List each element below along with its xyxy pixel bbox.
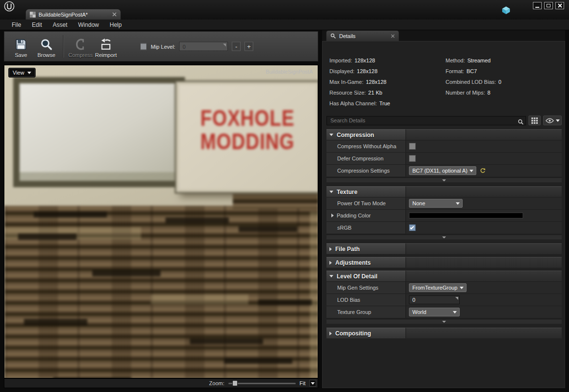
titlebar: BuildableSignPostA* bbox=[0, 0, 569, 20]
info-resource-size: Resource Size:21 Kb bbox=[329, 87, 390, 98]
mip-level-decrement-button[interactable]: - bbox=[232, 42, 241, 51]
section-title: Compositing bbox=[335, 330, 371, 337]
texture-white-square-inner bbox=[20, 83, 179, 181]
chevron-down-icon bbox=[453, 311, 457, 314]
grid-view-icon bbox=[531, 118, 538, 124]
srgb-checkbox[interactable] bbox=[409, 224, 416, 231]
search-row bbox=[326, 116, 562, 125]
section-header-adjustments[interactable]: Adjustments bbox=[326, 257, 562, 268]
texture-white-square bbox=[13, 77, 185, 187]
save-icon bbox=[15, 38, 27, 51]
search-details-input[interactable] bbox=[327, 117, 526, 125]
asset-tab[interactable]: BuildableSignPostA* bbox=[25, 9, 121, 20]
menu-edit[interactable]: Edit bbox=[27, 20, 47, 29]
maximize-button[interactable] bbox=[544, 2, 553, 9]
sign-line-1: FOXHOLE bbox=[184, 106, 310, 130]
chevron-down-icon bbox=[460, 287, 464, 289]
unreal-logo-icon bbox=[4, 1, 15, 12]
mip-level-group: Mip Level: 0 - + bbox=[140, 42, 253, 51]
texture-dark-patch bbox=[190, 338, 263, 344]
section-header-level-of-detail[interactable]: Level Of Detail bbox=[326, 271, 562, 281]
details-panel: Details Imported:128x128 Displayed:128x1… bbox=[322, 30, 565, 388]
compress-button[interactable]: Compress bbox=[68, 35, 93, 58]
advanced-expander-lod[interactable] bbox=[326, 319, 562, 324]
mip-level-label: Mip Level: bbox=[151, 43, 175, 49]
compress-icon bbox=[74, 38, 87, 51]
marketplace-cube-icon bbox=[502, 6, 510, 15]
texture-light-slat bbox=[151, 294, 248, 304]
close-button[interactable] bbox=[555, 2, 564, 9]
details-tab[interactable]: Details bbox=[326, 30, 399, 41]
texture-viewer-panel: Save Browse Compress Reimport Mip bbox=[4, 31, 318, 388]
search-icon bbox=[518, 118, 524, 127]
chevron-down-icon bbox=[469, 170, 473, 172]
texture-group-dropdown[interactable]: World bbox=[409, 308, 460, 316]
view-options-button[interactable] bbox=[543, 116, 562, 125]
texture-toolbar: Save Browse Compress Reimport Mip bbox=[4, 31, 318, 61]
browse-button[interactable]: Browse bbox=[34, 35, 59, 58]
section-header-texture[interactable]: Texture bbox=[326, 186, 562, 197]
zoom-slider[interactable] bbox=[228, 383, 296, 384]
details-body: Imported:128x128 Displayed:128x128 Max I… bbox=[322, 41, 565, 388]
row-compress-without-alpha: Compress Without Alpha bbox=[326, 140, 562, 152]
texture-dark-patch bbox=[165, 217, 229, 223]
minimize-button[interactable] bbox=[533, 2, 542, 9]
zoom-label: Zoom: bbox=[209, 380, 224, 386]
expand-closed-icon bbox=[329, 261, 332, 265]
advanced-expander-compression[interactable] bbox=[326, 177, 562, 182]
row-compression-settings: Compression Settings BC7 (DX11, optional… bbox=[326, 164, 562, 176]
section-header-file-path[interactable]: File Path bbox=[326, 243, 562, 254]
details-tab-close-icon[interactable] bbox=[391, 34, 395, 38]
advanced-expander-texture[interactable] bbox=[326, 235, 562, 239]
info-number-of-mips: Number of Mips:8 bbox=[446, 87, 501, 98]
eye-icon bbox=[546, 118, 554, 123]
view-menu-button[interactable]: View bbox=[8, 68, 36, 78]
menu-file[interactable]: File bbox=[7, 20, 26, 29]
menu-help[interactable]: Help bbox=[105, 20, 127, 29]
mip-level-spinner[interactable]: 0 bbox=[179, 42, 228, 51]
mip-level-increment-button[interactable]: + bbox=[244, 42, 253, 51]
compress-without-alpha-checkbox[interactable] bbox=[409, 143, 416, 150]
power-of-two-mode-dropdown[interactable]: None bbox=[409, 199, 463, 208]
browse-label: Browse bbox=[38, 52, 56, 58]
chevron-down-icon bbox=[311, 382, 315, 385]
zoom-mode-dropdown[interactable] bbox=[309, 380, 316, 387]
row-texture-group: Texture Group World bbox=[326, 306, 562, 318]
lod-bias-value: 0 bbox=[412, 297, 415, 303]
reimport-button[interactable]: Reimport bbox=[93, 35, 119, 58]
expand-open-icon bbox=[329, 275, 333, 277]
save-button[interactable]: Save bbox=[8, 35, 34, 58]
menu-window[interactable]: Window bbox=[73, 20, 104, 29]
section-title: Texture bbox=[337, 189, 357, 196]
toolbar-buttons: Save Browse Compress Reimport bbox=[4, 35, 119, 58]
expand-closed-icon bbox=[329, 332, 332, 335]
zoom-slider-handle[interactable] bbox=[232, 380, 238, 386]
texture-dark-patch bbox=[18, 234, 77, 240]
menu-asset[interactable]: Asset bbox=[48, 20, 72, 29]
row-lod-bias: LOD Bias 0 bbox=[326, 294, 562, 306]
details-tab-label: Details bbox=[339, 33, 356, 39]
property-matrix-button[interactable] bbox=[528, 116, 541, 125]
mip-gen-settings-dropdown[interactable]: FromTextureGroup bbox=[409, 283, 467, 292]
texture-dark-patch bbox=[34, 212, 107, 217]
asset-name-watermark: BuildableSignPostA bbox=[265, 69, 313, 75]
expand-closed-icon[interactable] bbox=[331, 214, 334, 217]
reset-to-default-icon[interactable] bbox=[480, 168, 486, 174]
lod-bias-spinner[interactable]: 0 bbox=[409, 295, 460, 304]
section-header-compositing[interactable]: Compositing bbox=[326, 328, 562, 338]
tab-close-icon[interactable] bbox=[112, 12, 117, 17]
section-title: File Path bbox=[335, 246, 360, 253]
reimport-icon bbox=[100, 38, 112, 51]
texture-sign-text: FOXHOLE MODDING bbox=[184, 81, 310, 153]
defer-compression-checkbox[interactable] bbox=[409, 155, 416, 162]
texture-sign-panel: FOXHOLE MODDING bbox=[176, 82, 318, 192]
section-header-compression[interactable]: Compression bbox=[326, 129, 562, 140]
texture-viewport[interactable]: FOXHOLE MODDING View BuildableSignPostA bbox=[4, 65, 318, 378]
texture-dark-patch bbox=[239, 226, 297, 232]
mip-level-checkbox[interactable] bbox=[140, 43, 147, 50]
compression-settings-dropdown[interactable]: BC7 (DX11, optional A) bbox=[409, 166, 476, 175]
chevron-down-icon bbox=[442, 321, 446, 323]
minimize-icon bbox=[535, 7, 539, 8]
padding-color-swatch[interactable] bbox=[409, 213, 523, 218]
texture-dark-patch bbox=[24, 319, 87, 325]
